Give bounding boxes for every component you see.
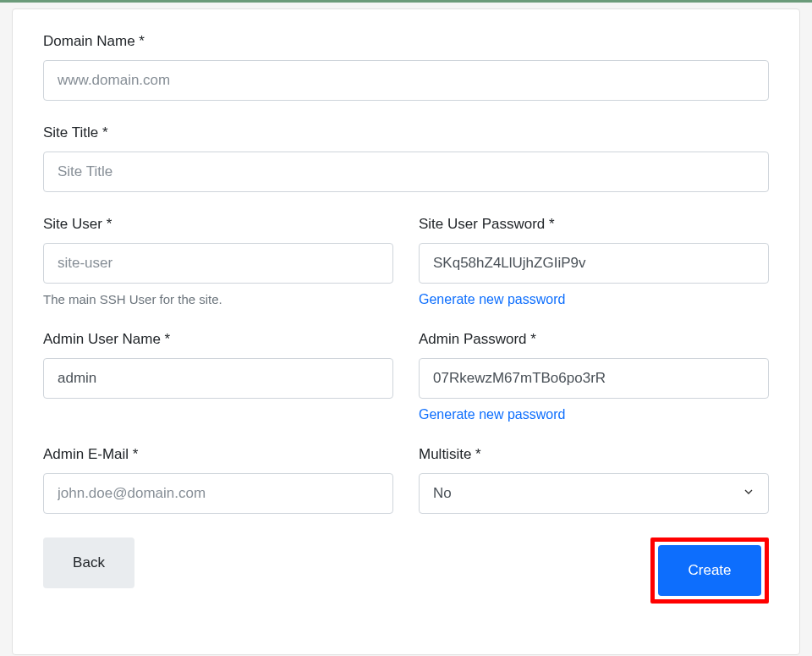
- site-title-label: Site Title *: [43, 124, 769, 141]
- domain-group: Domain Name *: [43, 33, 769, 101]
- site-user-group: Site User * The main SSH User for the si…: [43, 216, 393, 307]
- site-user-password-label: Site User Password *: [419, 216, 769, 233]
- site-title-group: Site Title *: [43, 124, 769, 192]
- form-card: Domain Name * Site Title * Site User * T…: [12, 8, 800, 655]
- top-border: [0, 0, 812, 3]
- admin-password-input[interactable]: [419, 358, 769, 399]
- multisite-select[interactable]: [419, 473, 769, 514]
- admin-user-input[interactable]: [43, 358, 393, 399]
- generate-admin-password-link[interactable]: Generate new password: [419, 407, 769, 422]
- site-user-password-group: Site User Password * Generate new passwo…: [419, 216, 769, 307]
- site-user-input[interactable]: [43, 243, 393, 284]
- multisite-group: Multisite *: [419, 446, 769, 514]
- create-button[interactable]: Create: [658, 545, 761, 596]
- admin-email-label: Admin E-Mail *: [43, 446, 393, 463]
- site-user-password-input[interactable]: [419, 243, 769, 284]
- domain-input[interactable]: [43, 60, 769, 101]
- multisite-label: Multisite *: [419, 446, 769, 463]
- admin-user-group: Admin User Name *: [43, 331, 393, 422]
- create-highlight: Create: [650, 537, 769, 604]
- admin-email-group: Admin E-Mail *: [43, 446, 393, 514]
- multisite-select-wrapper: [419, 473, 769, 514]
- admin-password-group: Admin Password * Generate new password: [419, 331, 769, 422]
- site-title-input[interactable]: [43, 152, 769, 192]
- admin-user-label: Admin User Name *: [43, 331, 393, 348]
- domain-label: Domain Name *: [43, 33, 769, 50]
- admin-email-input[interactable]: [43, 473, 393, 514]
- generate-site-password-link[interactable]: Generate new password: [419, 292, 769, 307]
- back-button[interactable]: Back: [43, 537, 134, 588]
- site-user-label: Site User *: [43, 216, 393, 233]
- site-user-help: The main SSH User for the site.: [43, 292, 393, 306]
- button-row: Back Create: [43, 537, 769, 604]
- admin-password-label: Admin Password *: [419, 331, 769, 348]
